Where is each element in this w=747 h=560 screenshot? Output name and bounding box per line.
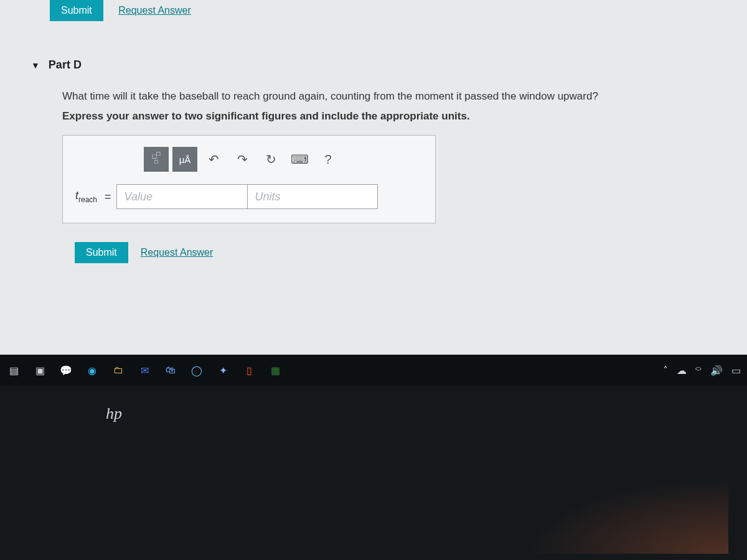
mail-icon[interactable]: ✉ <box>137 363 152 378</box>
request-answer-link[interactable]: Request Answer <box>141 247 214 258</box>
camera-icon[interactable]: ▣ <box>32 363 47 378</box>
template-picker-button[interactable]: □□ □ <box>144 147 169 172</box>
reset-button[interactable]: ↻ <box>258 147 283 172</box>
part-header[interactable]: ▼ Part D <box>12 34 735 90</box>
wifi-icon[interactable]: ⌔ <box>695 365 702 376</box>
redo-button[interactable]: ↷ <box>230 147 255 172</box>
answer-box: □□ □ μÅ ↶ ↷ ↻ ⌨ ? treach = Value Units <box>62 135 436 223</box>
file-explorer-icon[interactable]: 🗀 <box>111 363 126 378</box>
units-input[interactable]: Units <box>247 184 378 209</box>
store-icon[interactable]: 🛍 <box>163 363 178 378</box>
excel-icon[interactable]: ▦ <box>268 363 283 378</box>
ambient-glow <box>529 479 728 554</box>
collapse-caret-icon: ▼ <box>31 60 40 70</box>
tray-chevron-icon[interactable]: ˄ <box>663 365 668 376</box>
dropbox-icon[interactable]: ✦ <box>215 363 230 378</box>
keyboard-button[interactable]: ⌨ <box>287 147 312 172</box>
help-button[interactable]: ? <box>316 147 341 172</box>
taskview-icon[interactable]: ▤ <box>6 363 21 378</box>
part-label: Part D <box>49 58 82 72</box>
instruction-text: Express your answer to two significant f… <box>62 110 685 123</box>
equals-sign: = <box>105 190 111 203</box>
submit-button[interactable]: Submit <box>75 242 128 263</box>
question-text: What time will it take the baseball to r… <box>62 90 685 103</box>
formatting-toolbar: □□ □ μÅ ↶ ↷ ↻ ⌨ ? <box>144 147 423 172</box>
special-chars-button[interactable]: μÅ <box>172 147 197 172</box>
windows-taskbar[interactable]: ▤ ▣ 💬 ◉ 🗀 ✉ 🛍 ◯ ✦ ▯ ▦ ˄ ☁ ⌔ 🔊 ▭ <box>0 355 747 386</box>
volume-icon[interactable]: 🔊 <box>710 365 723 376</box>
battery-icon[interactable]: ▭ <box>731 365 741 376</box>
request-answer-link-top[interactable]: Request Answer <box>118 5 191 16</box>
input-row: treach = Value Units <box>75 184 423 209</box>
edge-icon[interactable]: ◉ <box>85 363 100 378</box>
hp-logo: hp <box>106 404 122 423</box>
cortana-icon[interactable]: ◯ <box>189 363 204 378</box>
office-icon[interactable]: ▯ <box>242 363 256 378</box>
value-input[interactable]: Value <box>116 184 247 209</box>
chat-icon[interactable]: 💬 <box>59 363 73 378</box>
onedrive-icon[interactable]: ☁ <box>677 365 687 376</box>
variable-label: treach <box>75 189 97 204</box>
undo-button[interactable]: ↶ <box>201 147 226 172</box>
submit-button-top[interactable]: Submit <box>50 0 103 21</box>
